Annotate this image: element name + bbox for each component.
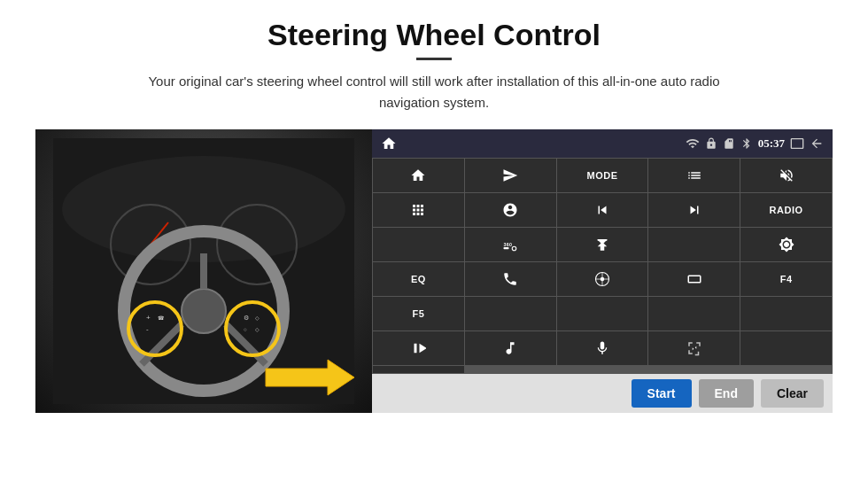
btn-brightness[interactable] [740,228,832,261]
btn-next[interactable] [648,193,740,227]
steering-wheel-svg: + - ☎ ⚙ ◇ ○ ◇ [53,138,354,404]
btn-f3[interactable] [557,297,648,330]
btn-empty1[interactable] [740,331,832,365]
btn-eq[interactable]: F4 [740,262,832,296]
btn-volphone[interactable] [648,331,740,365]
svg-text:☎: ☎ [158,315,165,321]
btn-nav[interactable] [465,159,556,192]
svg-rect-25 [688,276,701,283]
svg-text:360: 360 [504,242,513,247]
btn-radio[interactable] [648,228,740,261]
btn-playpause[interactable] [373,331,464,365]
bluetooth-icon [740,137,753,150]
btn-dvd[interactable]: EQ [373,262,464,296]
btn-navi[interactable] [557,262,648,296]
svg-text:◇: ◇ [255,327,260,332]
svg-text:+: + [146,314,151,322]
btn-mute[interactable] [740,159,832,192]
start-button[interactable]: Start [632,379,692,408]
btn-mode[interactable]: MODE [557,159,648,192]
status-left [381,136,397,152]
svg-point-24 [601,277,605,282]
svg-text:○: ○ [244,327,247,332]
btn-phone[interactable] [465,262,556,296]
page-subtitle: Your original car's steering wheel contr… [124,71,744,113]
back-icon [810,136,824,151]
display-icon [790,136,804,151]
btn-f4[interactable] [648,297,740,330]
btn-list[interactable] [648,159,740,192]
title-divider [416,58,452,60]
svg-text:-: - [146,325,149,333]
btn-f2[interactable] [465,297,556,330]
wifi-icon [686,136,700,151]
btn-f5[interactable] [740,297,832,330]
btn-mic[interactable] [557,331,648,365]
btn-empty2[interactable] [373,366,464,373]
btn-home[interactable] [373,159,464,192]
btn-media[interactable] [373,228,464,261]
btn-eject[interactable] [557,228,648,261]
status-time: 05:37 [758,136,785,151]
btn-rect[interactable] [648,262,740,296]
btn-music[interactable] [465,331,556,365]
btn-apps[interactable] [373,193,464,227]
button-grid: MODE RAD [372,158,833,374]
status-bar: 05:37 [372,129,833,158]
btn-f1[interactable]: F5 [373,297,464,330]
status-right: 05:37 [686,136,824,151]
car-image-area: + - ☎ ⚙ ◇ ○ ◇ [35,129,372,413]
svg-text:◇: ◇ [255,315,260,321]
control-panel: 05:37 [372,129,833,413]
svg-text:⚙: ⚙ [244,315,249,321]
page-container: Steering Wheel Control Your original car… [0,0,868,482]
end-button[interactable]: End [699,379,754,408]
btn-tv[interactable]: RADIO [740,193,832,227]
btn-settings[interactable] [465,193,556,227]
btn-prev[interactable] [557,193,648,227]
sdcard-icon [723,137,735,150]
lock-icon [705,137,717,150]
home-status-icon [381,136,397,152]
svg-point-22 [512,246,516,251]
btn-360[interactable]: 360 [465,228,556,261]
content-row: + - ☎ ⚙ ◇ ○ ◇ [35,129,833,413]
clear-button[interactable]: Clear [761,379,824,408]
steering-background: + - ☎ ⚙ ◇ ○ ◇ [35,129,372,413]
svg-point-6 [182,289,226,333]
svg-point-1 [62,156,345,262]
svg-rect-21 [504,247,509,249]
action-bar: Start End Clear [372,374,833,413]
page-title: Steering Wheel Control [267,18,601,52]
